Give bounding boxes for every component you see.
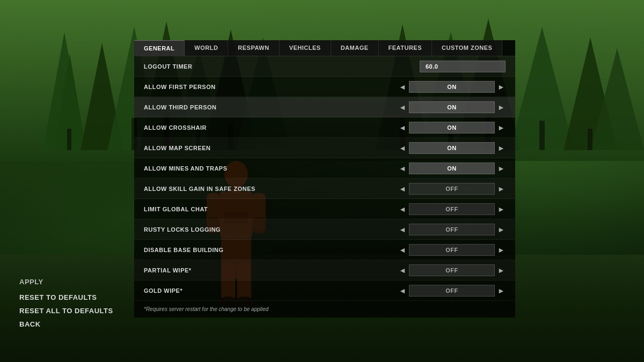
rusty-locks-value: OFF bbox=[409, 224, 495, 235]
svg-rect-15 bbox=[67, 129, 71, 150]
setting-row-gold-wipe: GOLD WIPE* ◄ OFF ► bbox=[134, 280, 515, 301]
setting-control-map-screen: ◄ ON ► bbox=[398, 142, 506, 154]
tab-vehicles[interactable]: VEHICLES bbox=[280, 40, 331, 56]
setting-row-partial-wipe: PARTIAL WIPE* ◄ OFF ► bbox=[134, 260, 515, 280]
partial-wipe-left-arrow[interactable]: ◄ bbox=[398, 266, 407, 275]
svg-rect-24 bbox=[588, 129, 592, 150]
setting-control-rusty-locks: ◄ OFF ► bbox=[398, 224, 506, 235]
setting-control-third-person: ◄ ON ► bbox=[398, 101, 506, 113]
logout-timer-input[interactable]: 60.0 bbox=[420, 61, 506, 72]
map-screen-value: ON bbox=[409, 142, 495, 154]
setting-row-map-screen: ALLOW MAP SCREEN ◄ ON ► bbox=[134, 138, 515, 158]
tab-world[interactable]: WORLD bbox=[185, 40, 228, 56]
global-chat-left-arrow[interactable]: ◄ bbox=[398, 205, 407, 213]
first-person-left-arrow[interactable]: ◄ bbox=[398, 83, 407, 91]
tabs-container: GENERAL WORLD RESPAWN VEHICLES DAMAGE FE… bbox=[134, 40, 515, 56]
rusty-locks-right-arrow[interactable]: ► bbox=[497, 225, 506, 234]
setting-label-partial-wipe: PARTIAL WIPE* bbox=[144, 267, 192, 274]
third-person-value: ON bbox=[409, 101, 495, 113]
tab-custom-zones[interactable]: CUSTOM ZONES bbox=[432, 40, 502, 56]
setting-label-global-chat: LIMIT GLOBAL CHAT bbox=[144, 206, 208, 212]
skill-gain-right-arrow[interactable]: ► bbox=[497, 184, 506, 193]
base-building-value: OFF bbox=[409, 244, 495, 256]
setting-label-third-person: ALLOW THIRD PERSON bbox=[144, 104, 217, 110]
apply-button[interactable]: APPLY bbox=[19, 276, 113, 287]
map-screen-left-arrow[interactable]: ◄ bbox=[398, 144, 407, 152]
setting-control-crosshair: ◄ ON ► bbox=[398, 122, 506, 134]
setting-label-map-screen: ALLOW MAP SCREEN bbox=[144, 145, 211, 151]
tab-damage[interactable]: DAMAGE bbox=[331, 40, 379, 56]
setting-label-logout-timer: LOGOUT TIMER bbox=[144, 63, 192, 70]
setting-label-mines-traps: ALLOW MINES AND TRAPS bbox=[144, 165, 228, 172]
setting-control-partial-wipe: ◄ OFF ► bbox=[398, 264, 506, 276]
mines-traps-left-arrow[interactable]: ◄ bbox=[398, 164, 407, 173]
setting-control-skill-gain: ◄ OFF ► bbox=[398, 183, 506, 195]
third-person-left-arrow[interactable]: ◄ bbox=[398, 103, 407, 112]
third-person-right-arrow[interactable]: ► bbox=[497, 103, 506, 112]
base-building-left-arrow[interactable]: ◄ bbox=[398, 246, 407, 254]
footnote: *Requires server restart for the change … bbox=[134, 301, 515, 317]
setting-label-base-building: DISABLE BASE BUILDING bbox=[144, 247, 224, 253]
setting-label-skill-gain: ALLOW SKILL GAIN IN SAFE ZONES bbox=[144, 186, 255, 192]
setting-row-third-person: ALLOW THIRD PERSON ◄ ON ► bbox=[134, 97, 515, 117]
setting-row-global-chat: LIMIT GLOBAL CHAT ◄ OFF ► bbox=[134, 199, 515, 219]
global-chat-right-arrow[interactable]: ► bbox=[497, 205, 506, 213]
setting-control-base-building: ◄ OFF ► bbox=[398, 244, 506, 256]
setting-control-first-person: ◄ ON ► bbox=[398, 81, 506, 93]
global-chat-value: OFF bbox=[409, 203, 495, 215]
setting-row-first-person: ALLOW FIRST PERSON ◄ ON ► bbox=[134, 77, 515, 97]
setting-row-logout-timer: LOGOUT TIMER 60.0 bbox=[134, 56, 515, 77]
tab-respawn[interactable]: RESPAWN bbox=[228, 40, 279, 56]
svg-rect-23 bbox=[539, 121, 545, 150]
crosshair-right-arrow[interactable]: ► bbox=[497, 123, 506, 132]
rusty-locks-left-arrow[interactable]: ◄ bbox=[398, 225, 407, 234]
gold-wipe-right-arrow[interactable]: ► bbox=[497, 286, 506, 295]
settings-panel: GENERAL WORLD RESPAWN VEHICLES DAMAGE FE… bbox=[134, 40, 515, 317]
tab-general[interactable]: GENERAL bbox=[134, 40, 185, 56]
mines-traps-value: ON bbox=[409, 162, 495, 174]
setting-row-crosshair: ALLOW CROSSHAIR ◄ ON ► bbox=[134, 117, 515, 138]
setting-control-logout-timer: 60.0 bbox=[420, 61, 506, 72]
mines-traps-right-arrow[interactable]: ► bbox=[497, 164, 506, 173]
skill-gain-left-arrow[interactable]: ◄ bbox=[398, 184, 407, 193]
setting-label-first-person: ALLOW FIRST PERSON bbox=[144, 84, 216, 90]
setting-row-mines-traps: ALLOW MINES AND TRAPS ◄ ON ► bbox=[134, 158, 515, 179]
tab-features[interactable]: FEATURES bbox=[379, 40, 432, 56]
setting-row-skill-gain: ALLOW SKILL GAIN IN SAFE ZONES ◄ OFF ► bbox=[134, 179, 515, 199]
setting-row-base-building: DISABLE BASE BUILDING ◄ OFF ► bbox=[134, 240, 515, 260]
settings-body: LOGOUT TIMER 60.0 ALLOW FIRST PERSON ◄ O… bbox=[134, 56, 515, 317]
first-person-right-arrow[interactable]: ► bbox=[497, 83, 506, 91]
partial-wipe-right-arrow[interactable]: ► bbox=[497, 266, 506, 275]
back-button[interactable]: BACK bbox=[19, 319, 113, 330]
left-actions: APPLY RESET TO DEFAULTS RESET ALL TO DEF… bbox=[19, 276, 113, 330]
setting-label-crosshair: ALLOW CROSSHAIR bbox=[144, 124, 207, 131]
partial-wipe-value: OFF bbox=[409, 264, 495, 276]
setting-control-global-chat: ◄ OFF ► bbox=[398, 203, 506, 215]
setting-label-rusty-locks: RUSTY LOCKS LOGGING bbox=[144, 226, 221, 233]
setting-label-gold-wipe: GOLD WIPE* bbox=[144, 287, 182, 294]
setting-control-gold-wipe: ◄ OFF ► bbox=[398, 285, 506, 297]
skill-gain-value: OFF bbox=[409, 183, 495, 195]
base-building-right-arrow[interactable]: ► bbox=[497, 246, 506, 254]
crosshair-value: ON bbox=[409, 122, 495, 134]
reset-to-defaults-button[interactable]: RESET TO DEFAULTS bbox=[19, 292, 113, 303]
map-screen-right-arrow[interactable]: ► bbox=[497, 144, 506, 152]
gold-wipe-value: OFF bbox=[409, 285, 495, 297]
gold-wipe-left-arrow[interactable]: ◄ bbox=[398, 286, 407, 295]
setting-row-rusty-locks: RUSTY LOCKS LOGGING ◄ OFF ► bbox=[134, 219, 515, 240]
reset-all-to-defaults-button[interactable]: RESET ALL TO DEFAULTS bbox=[19, 305, 113, 316]
first-person-value: ON bbox=[409, 81, 495, 93]
crosshair-left-arrow[interactable]: ◄ bbox=[398, 123, 407, 132]
setting-control-mines-traps: ◄ ON ► bbox=[398, 162, 506, 174]
